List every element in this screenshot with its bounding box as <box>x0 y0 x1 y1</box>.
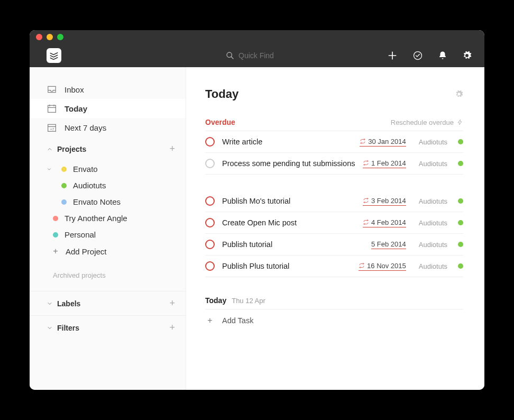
task-due-date[interactable]: 3 Feb 2014 <box>363 197 406 206</box>
add-filter-icon[interactable]: + <box>169 322 175 333</box>
window-titlebar <box>30 30 484 44</box>
add-task-row[interactable]: + Add Task <box>205 309 463 332</box>
task-row[interactable]: Publish Plus tutorial16 Nov 2015Audiotut… <box>205 255 463 277</box>
app-logo <box>47 48 61 63</box>
project-color-dot <box>458 139 463 144</box>
task-row[interactable]: Publish Mo's tutorial3 Feb 2014Audiotuts <box>205 190 463 212</box>
chevron-up-icon <box>47 146 57 152</box>
project-label: Personal <box>65 230 96 239</box>
task-title: Write article <box>222 138 352 146</box>
project-color-dot <box>53 232 58 238</box>
project-color-dot <box>458 242 463 247</box>
project-envato[interactable]: Envato <box>30 161 186 177</box>
reschedule-label: Reschedule overdue <box>391 118 454 126</box>
search-input[interactable] <box>238 51 313 60</box>
task-project-label[interactable]: Audiotuts <box>419 219 447 227</box>
main-content: Today Overdue Reschedule overdue Write a… <box>186 67 484 390</box>
task-row[interactable]: Create Open Mic post4 Feb 2014Audiotuts <box>205 212 463 234</box>
nav-label: Today <box>65 104 87 113</box>
project-label: Audiotuts <box>73 181 106 190</box>
add-label-icon[interactable]: + <box>169 298 175 309</box>
sidebar: Inbox Today +7 Next 7 days Projects + <box>30 67 186 390</box>
productivity-icon[interactable] <box>412 50 423 61</box>
nav-inbox[interactable]: Inbox <box>30 80 186 99</box>
task-project-label[interactable]: Audiotuts <box>419 241 447 249</box>
add-project-label: Add Project <box>66 247 107 256</box>
task-due-date[interactable]: 5 Feb 2014 <box>371 240 406 249</box>
today-date: Thu 12 Apr <box>232 297 265 305</box>
task-checkbox[interactable] <box>205 240 215 249</box>
calendar-today-icon <box>47 104 57 113</box>
add-project-row[interactable]: + Add Project <box>30 243 186 260</box>
svg-line-1 <box>231 57 233 59</box>
sidebar-section-projects[interactable]: Projects + <box>30 137 186 161</box>
chevron-down-icon <box>47 167 55 172</box>
nav-today[interactable]: Today <box>30 99 186 118</box>
sidebar-section-filters[interactable]: Filters + <box>30 315 186 340</box>
recurring-icon <box>360 138 366 144</box>
add-task-icon[interactable] <box>387 50 398 61</box>
task-project-label[interactable]: Audiotuts <box>419 138 447 146</box>
task-checkbox[interactable] <box>205 159 215 168</box>
calendar-week-icon: +7 <box>47 123 57 132</box>
task-checkbox[interactable] <box>205 261 215 271</box>
top-toolbar <box>30 44 484 67</box>
project-color-dot <box>61 183 67 188</box>
settings-icon[interactable] <box>462 51 472 60</box>
add-task-label: Add Task <box>222 316 253 325</box>
task-due-date[interactable]: 30 Jan 2014 <box>360 138 406 147</box>
task-project-label[interactable]: Audiotuts <box>419 262 447 270</box>
reschedule-overdue-button[interactable]: Reschedule overdue <box>391 118 463 126</box>
project-color-dot <box>61 199 67 205</box>
search-icon <box>226 51 234 60</box>
window-close-button[interactable] <box>36 34 42 40</box>
task-checkbox[interactable] <box>205 218 215 227</box>
add-project-icon[interactable]: + <box>169 143 175 154</box>
project-audiotuts[interactable]: Audiotuts <box>30 177 186 194</box>
task-title: Publish Plus tutorial <box>222 262 351 270</box>
inbox-icon <box>47 85 57 94</box>
task-project-label[interactable]: Audiotuts <box>419 197 447 205</box>
project-color-dot <box>458 220 463 225</box>
chevron-down-icon <box>47 325 57 331</box>
task-due-date[interactable]: 1 Feb 2014 <box>363 159 406 168</box>
task-due-date[interactable]: 4 Feb 2014 <box>363 218 406 227</box>
project-personal[interactable]: Personal <box>30 226 186 243</box>
project-envato-notes[interactable]: Envato Notes <box>30 194 186 210</box>
recurring-icon <box>363 219 369 225</box>
task-project-label[interactable]: Audiotuts <box>419 160 447 168</box>
task-row[interactable]: Write article30 Jan 2014Audiotuts <box>205 131 463 153</box>
page-title: Today <box>205 87 238 101</box>
task-title: Publish tutorial <box>222 240 364 249</box>
plus-icon: + <box>52 246 59 256</box>
task-checkbox[interactable] <box>205 196 215 206</box>
archived-projects[interactable]: Archived projects <box>30 260 186 291</box>
svg-rect-5 <box>48 105 56 112</box>
window-maximize-button[interactable] <box>57 34 63 40</box>
project-color-dot <box>53 216 58 221</box>
sidebar-section-labels[interactable]: Labels + <box>30 291 186 315</box>
overdue-heading: Overdue <box>205 118 235 126</box>
section-label: Filters <box>57 324 79 332</box>
task-row[interactable]: Publish tutorial5 Feb 2014Audiotuts <box>205 234 463 255</box>
project-label: Envato <box>73 165 98 174</box>
nav-label: Next 7 days <box>65 123 106 132</box>
notifications-icon[interactable] <box>438 51 447 60</box>
svg-text:+7: +7 <box>50 127 54 131</box>
view-options-icon[interactable] <box>455 90 463 98</box>
task-row[interactable]: Process some pending tut submissions1 Fe… <box>205 153 463 175</box>
project-color-dot <box>61 167 67 172</box>
project-try-another-angle[interactable]: Try Another Angle <box>30 210 186 226</box>
task-due-date[interactable]: 16 Nov 2015 <box>359 262 406 271</box>
window-minimize-button[interactable] <box>47 34 53 40</box>
task-title: Publish Mo's tutorial <box>222 197 355 205</box>
recurring-icon <box>359 262 365 269</box>
section-label: Labels <box>57 299 80 308</box>
task-checkbox[interactable] <box>205 137 215 147</box>
lightning-icon <box>457 118 463 126</box>
nav-next7[interactable]: +7 Next 7 days <box>30 118 186 137</box>
recurring-icon <box>363 160 369 166</box>
task-title: Create Open Mic post <box>222 218 355 227</box>
project-color-dot <box>458 198 463 204</box>
chevron-down-icon <box>47 300 57 307</box>
